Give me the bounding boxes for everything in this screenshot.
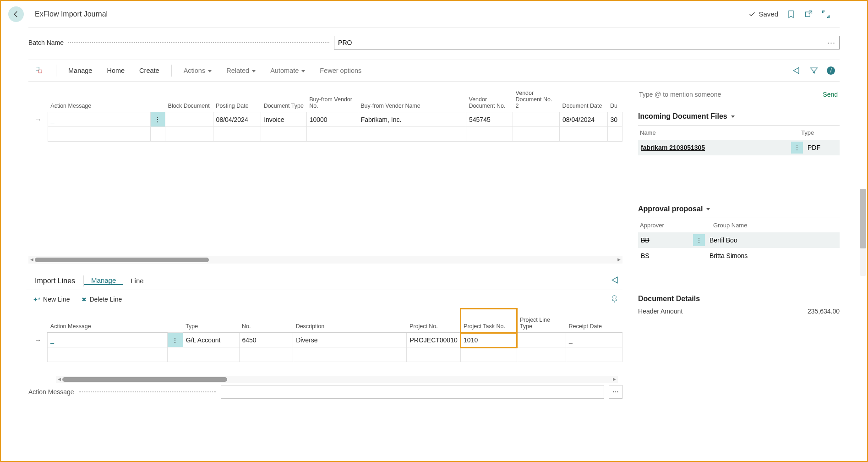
toolbar-create[interactable]: Create <box>133 67 166 74</box>
lcell-receipt-date[interactable]: _ <box>566 333 622 347</box>
toolbar-home[interactable]: Home <box>100 67 131 74</box>
import-tab-line[interactable]: Line <box>123 277 151 285</box>
file-link[interactable]: fabrikam 2103051305 <box>641 144 705 151</box>
pin-icon[interactable] <box>611 295 620 304</box>
lcell-project-line-type[interactable] <box>517 333 566 347</box>
col-block-document[interactable]: Block Document <box>165 87 213 112</box>
toolbar-manage[interactable]: Manage <box>62 67 98 74</box>
window-vscroll-thumb[interactable] <box>860 189 866 248</box>
scroll-left-icon[interactable]: ◄ <box>29 257 34 262</box>
cell-document-date[interactable]: 08/04/2024 <box>560 112 608 127</box>
approval-row[interactable]: BB ⋮ Bertil Boo <box>638 232 840 248</box>
approval-proposal-title[interactable]: Approval proposal <box>638 205 840 213</box>
focus-mode-icon[interactable] <box>35 66 44 75</box>
approval-row-menu-icon[interactable]: ⋮ <box>693 234 705 246</box>
cell-vendor-doc-no[interactable]: 545745 <box>466 112 513 127</box>
share-lines-icon[interactable] <box>611 275 620 285</box>
lcell-project-task-no[interactable]: 1010 <box>461 333 517 347</box>
lcell-no[interactable]: 6450 <box>239 333 293 347</box>
col-document-date[interactable]: Document Date <box>560 87 608 112</box>
main-grid-hscroll[interactable]: ◄ ► <box>28 256 622 264</box>
collapse-icon[interactable] <box>821 10 830 19</box>
cell-block-document[interactable] <box>165 112 213 127</box>
lines-grid[interactable]: Action Message Type No. Description Proj… <box>28 308 622 362</box>
col-due[interactable]: Du <box>607 87 622 112</box>
toolbar-fewer-options[interactable]: Fewer options <box>313 67 368 74</box>
batch-name-field[interactable]: ··· <box>334 36 840 50</box>
cell-buy-from-vendor-name[interactable]: Fabrikam, Inc. <box>358 112 466 127</box>
lines-scroll-left-icon[interactable]: ◄ <box>57 376 62 382</box>
info-badge[interactable]: i <box>827 66 835 75</box>
lcell-action-message[interactable]: _ <box>48 333 167 347</box>
scroll-thumb[interactable] <box>35 258 209 262</box>
header-amount-label: Header Amount <box>638 308 682 315</box>
lcol-receipt-date[interactable]: Receipt Date <box>566 309 622 333</box>
send-button[interactable]: Send <box>821 91 840 98</box>
batch-name-input[interactable] <box>338 39 827 46</box>
bookmark-icon[interactable] <box>786 10 796 19</box>
lcell-type[interactable]: G/L Account <box>183 333 239 347</box>
lcol-project-line-type[interactable]: Project Line Type <box>517 309 566 333</box>
cell-due[interactable]: 30 <box>607 112 622 127</box>
file-row-menu-icon[interactable]: ⋮ <box>791 142 803 154</box>
row-selector-icon[interactable]: → <box>28 112 48 127</box>
cell-posting-date[interactable]: 08/04/2024 <box>213 112 261 127</box>
bottom-menu-button[interactable]: ··· <box>609 385 622 399</box>
lines-scroll-thumb[interactable] <box>62 377 227 382</box>
approver-code: BB <box>638 236 693 244</box>
approval-row[interactable]: BS Britta Simons <box>638 248 840 264</box>
filter-icon[interactable] <box>809 66 819 75</box>
lcol-description[interactable]: Description <box>293 309 407 333</box>
back-button[interactable] <box>8 6 24 22</box>
lines-grid-empty-row[interactable] <box>28 347 622 362</box>
share-icon[interactable] <box>792 66 801 75</box>
scroll-right-icon[interactable]: ► <box>617 257 622 262</box>
lcol-type[interactable]: Type <box>183 309 239 333</box>
col-buy-from-vendor-no[interactable]: Buy-from Vendor No. <box>306 87 358 112</box>
import-tab-manage[interactable]: Manage <box>84 276 123 285</box>
file-row[interactable]: fabrikam 2103051305 ⋮ PDF <box>638 140 840 155</box>
lcol-project-no[interactable]: Project No. <box>407 309 461 333</box>
toolbar-actions[interactable]: Actions <box>177 67 218 74</box>
cell-buy-from-vendor-no[interactable]: 10000 <box>306 112 358 127</box>
lines-row-selector-icon[interactable]: → <box>28 333 48 347</box>
dots-separator-2 <box>79 391 216 392</box>
lines-grid-row[interactable]: → _ ⋮ G/L Account 6450 Diverse PROJECT00… <box>28 333 622 347</box>
row-menu-icon[interactable]: ⋮ <box>150 112 165 127</box>
new-line-button[interactable]: ✦* New Line <box>33 296 70 303</box>
batch-lookup-icon[interactable]: ··· <box>827 38 835 48</box>
lines-scroll-right-icon[interactable]: ► <box>612 376 617 382</box>
main-grid-empty-row[interactable] <box>28 127 622 142</box>
toolbar-automate[interactable]: Automate <box>264 67 311 74</box>
open-new-window-icon[interactable] <box>804 10 813 19</box>
delete-line-button[interactable]: ✖ Delete Line <box>82 296 122 303</box>
main-grid[interactable]: Action Message Block Document Posting Da… <box>28 87 622 142</box>
file-name-cell[interactable]: fabrikam 2103051305 <box>638 144 791 151</box>
lcol-no[interactable]: No. <box>239 309 293 333</box>
cell-action-message[interactable]: _ <box>48 112 150 127</box>
col-action-message[interactable]: Action Message <box>48 87 150 112</box>
approver-code: BS <box>638 252 693 259</box>
approver-group: Britta Simons <box>705 252 840 259</box>
lcol-project-task-no[interactable]: Project Task No. <box>461 309 517 333</box>
col-posting-date[interactable]: Posting Date <box>213 87 261 112</box>
lines-row-menu-icon[interactable]: ⋮ <box>167 333 183 347</box>
lcell-description[interactable]: Diverse <box>293 333 407 347</box>
lcol-action-message[interactable]: Action Message <box>48 309 167 333</box>
check-icon <box>748 11 756 18</box>
col-vendor-doc-no[interactable]: Vendor Document No. <box>466 87 513 112</box>
col-buy-from-vendor-name[interactable]: Buy-from Vendor Name <box>358 87 466 112</box>
window-vscroll[interactable] <box>860 189 866 276</box>
cell-document-type[interactable]: Invoice <box>261 112 307 127</box>
bottom-action-message-input[interactable] <box>221 385 604 399</box>
mention-input[interactable] <box>638 88 821 101</box>
col-document-type[interactable]: Document Type <box>261 87 307 112</box>
incoming-files-title[interactable]: Incoming Document Files <box>638 112 840 121</box>
cell-vendor-doc-no-2[interactable] <box>513 112 560 127</box>
header-amount-value: 235,634.00 <box>808 308 840 315</box>
toolbar-related[interactable]: Related <box>220 67 262 74</box>
lines-grid-hscroll[interactable]: ◄ ► <box>56 376 618 383</box>
main-grid-row[interactable]: → _ ⋮ 08/04/2024 Invoice 10000 Fabrikam,… <box>28 112 622 127</box>
col-vendor-doc-no-2[interactable]: Vendor Document No. 2 <box>513 87 560 112</box>
lcell-project-no[interactable]: PROJECT00010 <box>407 333 461 347</box>
